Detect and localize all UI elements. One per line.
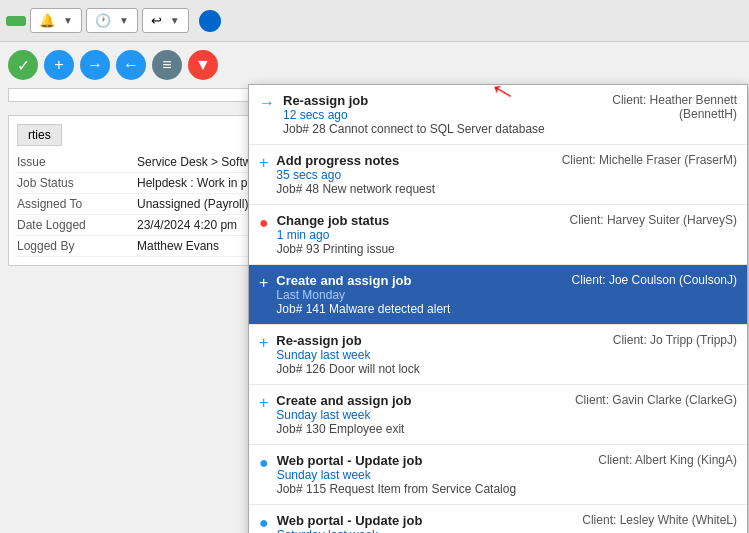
item-content: Web portal - Update job Saturday last we… [277,513,575,533]
action-history-button[interactable]: ↩ ▼ [142,8,189,33]
action-time: Sunday last week [276,348,604,362]
action-time: 1 min ago [277,228,562,242]
action-title: Change job status [277,213,562,228]
detail-tab-properties[interactable]: rties [17,124,62,146]
dropdown-item[interactable]: ● Web portal - Update job Saturday last … [249,505,747,533]
value-assignedto: Unassigned (Payroll) [137,197,248,211]
job-history-arrow-icon: ▼ [119,15,129,26]
label-jobstatus: Job Status [17,176,127,190]
dropdown-item[interactable]: + Re-assign job Sunday last week Job# 12… [249,325,747,385]
notifications-button[interactable]: 🔔 ▼ [30,8,82,33]
topbar: 🔔 ▼ 🕐 ▼ ↩ ▼ [0,0,749,42]
client-info: Client: Lesley White (WhiteL) [582,513,737,527]
item-content: Re-assign job Sunday last week Job# 126 … [276,333,604,376]
forward-button[interactable]: → [80,50,110,80]
check-button[interactable]: ✓ [8,50,38,80]
dropdown-item[interactable]: → Re-assign job 12 secs ago Job# 28 Cann… [249,85,747,145]
job-description: Job# 28 Cannot connect to SQL Server dat… [283,122,549,136]
item-icon: + [259,334,268,352]
notifications-arrow-icon: ▼ [63,15,73,26]
action-title: Add progress notes [276,153,553,168]
item-icon: ● [259,214,269,232]
item-content: Create and assign job Sunday last week J… [276,393,567,436]
help-icon[interactable] [199,10,221,32]
client-info: Client: Gavin Clarke (ClarkeG) [575,393,737,407]
job-description: Job# 48 New network request [276,182,553,196]
job-description: Job# 126 Door will not lock [276,362,604,376]
value-loggedby: Matthew Evans [137,239,219,253]
client-info: Client: Harvey Suiter (HarveyS) [570,213,737,227]
item-content: Web portal - Update job Sunday last week… [277,453,591,496]
item-content: Re-assign job 12 secs ago Job# 28 Cannot… [283,93,549,136]
client-info: Client: Jo Tripp (TrippJ) [613,333,737,347]
action-icon: ↩ [151,13,162,28]
client-info: Client: Heather Bennett (BennettH) [557,93,737,121]
dropdown-item[interactable]: + Create and assign job Sunday last week… [249,385,747,445]
item-icon: + [259,394,268,412]
item-icon: ● [259,454,269,472]
dropdown-item[interactable]: + Create and assign job Last Monday Job#… [249,265,747,325]
label-assignedto: Assigned To [17,197,127,211]
action-time: 12 secs ago [283,108,549,122]
action-title: Create and assign job [276,273,563,288]
value-datelogged: 23/4/2024 4:20 pm [137,218,237,232]
go-button[interactable] [6,16,26,26]
action-title: Create and assign job [276,393,567,408]
item-content: Create and assign job Last Monday Job# 1… [276,273,563,316]
toolbar-row: ✓ + → ← ≡ ▼ [8,50,741,80]
action-time: Sunday last week [276,408,567,422]
item-icon: ● [259,514,269,532]
job-description: Job# 115 Request Item from Service Catal… [277,482,591,496]
dropdown-item[interactable]: + Add progress notes 35 secs ago Job# 48… [249,145,747,205]
action-history-arrow-icon: ▼ [170,15,180,26]
client-info: Client: Albert King (KingA) [598,453,737,467]
delete-button[interactable]: ▼ [188,50,218,80]
item-icon: + [259,274,268,292]
label-datelogged: Date Logged [17,218,127,232]
action-title: Web portal - Update job [277,513,575,528]
action-history-dropdown: → Re-assign job 12 secs ago Job# 28 Cann… [248,84,748,533]
page-content: ✓ + → ← ≡ ▼ rties Issue Service Desk > S… [0,42,749,274]
bell-icon: 🔔 [39,13,55,28]
job-description: Job# 141 Malware detected alert [276,302,563,316]
list-button[interactable]: ≡ [152,50,182,80]
job-history-button[interactable]: 🕐 ▼ [86,8,138,33]
label-loggedby: Logged By [17,239,127,253]
back-button[interactable]: ← [116,50,146,80]
action-title: Re-assign job [276,333,604,348]
label-issue: Issue [17,155,127,169]
dropdown-item[interactable]: ● Web portal - Update job Sunday last we… [249,445,747,505]
action-time: Last Monday [276,288,563,302]
client-info: Client: Michelle Fraser (FraserM) [562,153,737,167]
add-button[interactable]: + [44,50,74,80]
action-title: Re-assign job [283,93,549,108]
item-icon: → [259,94,275,112]
action-title: Web portal - Update job [277,453,591,468]
action-time: Sunday last week [277,468,591,482]
action-time: Saturday last week [277,528,575,533]
job-description: Job# 130 Employee exit [276,422,567,436]
clock-icon: 🕐 [95,13,111,28]
item-content: Add progress notes 35 secs ago Job# 48 N… [276,153,553,196]
item-icon: + [259,154,268,172]
action-time: 35 secs ago [276,168,553,182]
job-description: Job# 93 Printing issue [277,242,562,256]
dropdown-item[interactable]: ● Change job status 1 min ago Job# 93 Pr… [249,205,747,265]
client-info: Client: Joe Coulson (CoulsonJ) [572,273,737,287]
item-content: Change job status 1 min ago Job# 93 Prin… [277,213,562,256]
